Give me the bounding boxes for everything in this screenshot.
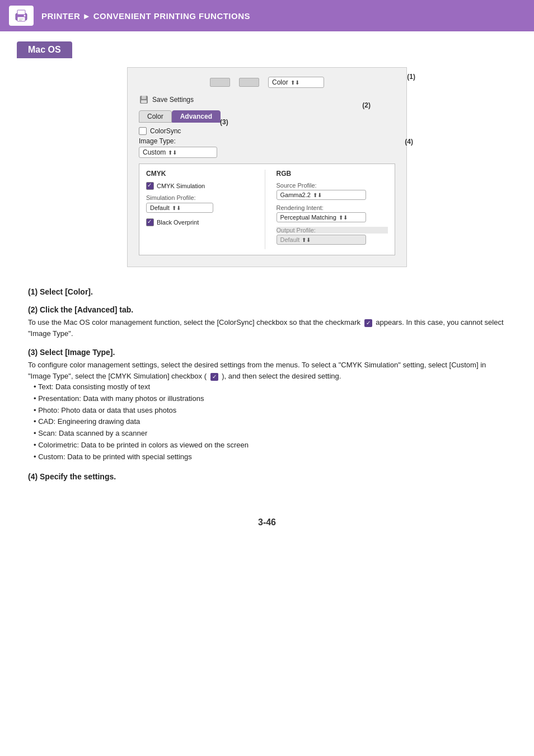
image-type-label: Image Type:: [139, 137, 395, 145]
dialog-btn-left[interactable]: [210, 78, 230, 87]
annotation-2: (2): [362, 101, 371, 109]
save-settings-label: Save Settings: [152, 96, 194, 104]
color-dropdown[interactable]: Color ⬆⬇: [268, 77, 324, 88]
cmyk-header: CMYK: [146, 170, 258, 178]
cmyk-simulation-label: CMYK Simulation: [157, 183, 205, 189]
source-profile-select[interactable]: Gamma2.2 ⬆⬇: [277, 190, 366, 200]
bullet-7: • Custom: Data to be printed with specia…: [34, 451, 506, 463]
dialog-wrapper: (1) Color ⬆⬇ (2) Save Settings Color: [124, 67, 410, 267]
page-number: 3-46: [0, 517, 534, 539]
tab-color[interactable]: Color: [139, 110, 172, 123]
simulation-profile-label: Simulation Profile:: [146, 194, 258, 201]
tab-advanced[interactable]: Advanced: [172, 110, 221, 123]
macos-section: Mac OS: [0, 31, 534, 58]
step2-body: To use the Mac OS color management funct…: [28, 317, 506, 339]
tabs-row: Color Advanced: [139, 110, 395, 123]
bullet-4: • CAD: Engineering drawing data: [34, 416, 506, 428]
svg-rect-8: [141, 100, 147, 103]
save-icon: [139, 95, 149, 105]
svg-point-5: [24, 15, 26, 17]
cmyk-sim-row: CMYK Simulation: [146, 182, 258, 190]
sim-profile-arrow: ⬆⬇: [172, 205, 181, 211]
svg-rect-1: [17, 10, 25, 15]
step3-body: To configure color management settings, …: [28, 360, 506, 463]
rgb-header: RGB: [277, 170, 388, 178]
image-type-select[interactable]: Custom ⬆⬇: [139, 147, 217, 158]
svg-rect-4: [19, 20, 22, 21]
step4-header: (4) Specify the settings.: [28, 472, 506, 481]
colorsync-checkbox[interactable]: [139, 127, 147, 135]
image-type-arrow: ⬆⬇: [168, 150, 177, 156]
step3-header: (3) Select [Image Type].: [28, 348, 506, 357]
color-dropdown-arrow: ⬆⬇: [291, 80, 299, 86]
simulation-profile-select[interactable]: Default ⬆⬇: [146, 203, 213, 213]
page-header: PRINTER►CONVENIENT PRINTING FUNCTIONS: [0, 0, 534, 31]
checkmark-icon-2: ✓: [210, 373, 218, 381]
black-overprint-checkbox[interactable]: [146, 218, 154, 226]
save-settings-row: Save Settings: [139, 94, 395, 106]
annotation-3: (3): [220, 118, 228, 126]
source-profile-arrow: ⬆⬇: [313, 192, 322, 198]
bullet-1: • Text: Data consisting mostly of text: [34, 381, 506, 393]
colorsync-label: ColorSync: [150, 127, 181, 135]
cmyk-column: CMYK CMYK Simulation Simulation Profile:…: [146, 170, 265, 249]
colorsync-row: ColorSync: [139, 127, 395, 135]
rendering-intent-arrow: ⬆⬇: [339, 214, 348, 221]
rgb-column: RGB Source Profile: Gamma2.2 ⬆⬇ Renderin…: [274, 170, 388, 249]
checkmark-icon: ✓: [364, 319, 372, 327]
step1-header: (1) Select [Color].: [28, 287, 506, 296]
annotation-4: (4): [405, 138, 413, 146]
step2-header: (2) Click the [Advanced] tab.: [28, 305, 506, 314]
dialog-box: Color ⬆⬇ (2) Save Settings Color Advance…: [127, 67, 407, 267]
printer-icon: [9, 6, 34, 26]
bullet-3: • Photo: Photo data or data that uses ph…: [34, 405, 506, 417]
rendering-intent-select[interactable]: Perceptual Matching ⬆⬇: [277, 212, 366, 222]
macos-badge: Mac OS: [17, 41, 72, 58]
header-title: PRINTER►CONVENIENT PRINTING FUNCTIONS: [41, 11, 250, 21]
source-profile-label: Source Profile:: [277, 182, 388, 189]
bullet-5: • Scan: Data scanned by a scanner: [34, 428, 506, 440]
annotation-1: (1): [407, 73, 415, 81]
dialog-topbar: Color ⬆⬇: [139, 77, 395, 88]
black-overprint-label: Black Overprint: [157, 219, 199, 226]
output-profile-select[interactable]: Default ⬆⬇: [277, 235, 366, 245]
cmyk-simulation-checkbox[interactable]: [146, 182, 154, 190]
svg-rect-3: [19, 18, 24, 20]
output-profile-arrow: ⬆⬇: [302, 237, 311, 243]
output-profile-label: Output Profile:: [277, 227, 388, 234]
svg-rect-7: [142, 96, 146, 99]
content-area: (1) Select [Color]. (2) Click the [Advan…: [0, 267, 534, 495]
panel-area: CMYK CMYK Simulation Simulation Profile:…: [139, 164, 395, 255]
dialog-btn-right[interactable]: [239, 78, 259, 87]
bullet-6: • Colorimetric: Data to be printed in co…: [34, 440, 506, 451]
black-overprint-row: Black Overprint: [146, 218, 258, 226]
rendering-intent-label: Rendering Intent:: [277, 204, 388, 211]
bullet-2: • Presentation: Data with many photos or…: [34, 393, 506, 405]
